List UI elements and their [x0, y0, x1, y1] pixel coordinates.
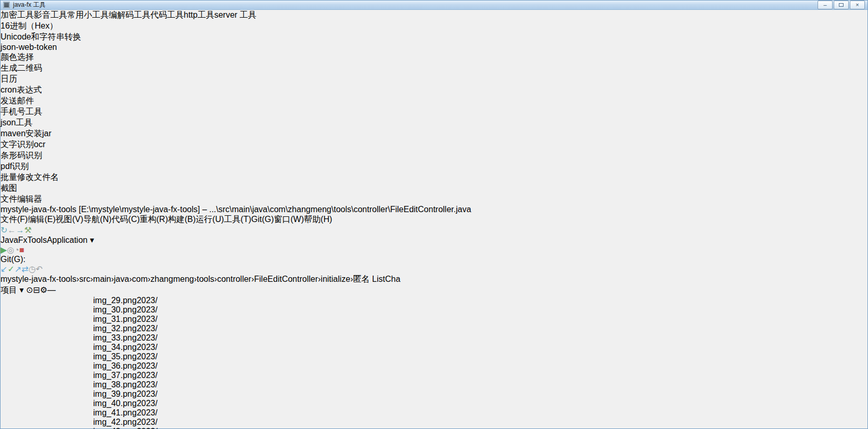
app-menu-item[interactable]: 加密工具 [1, 10, 34, 19]
stop-icon[interactable]: ■ [19, 245, 24, 254]
sidebar-item[interactable]: json-web-token [1, 43, 867, 52]
file-name: img_33.png [93, 333, 137, 342]
fetch-icon[interactable]: ⇄ [21, 265, 28, 274]
breadcrumb-item[interactable]: initialize [321, 275, 350, 283]
profiler-icon[interactable]: ◔ [14, 245, 19, 254]
sidebar-item[interactable]: 条形码识别 [1, 150, 867, 161]
sidebar-item[interactable]: 日历 [1, 74, 867, 85]
tree-item-file[interactable]: img_43.png2023/ [1, 427, 867, 429]
tree-item-file[interactable]: img_30.png2023/ [1, 305, 867, 315]
sidebar-item[interactable]: pdf识别 [1, 161, 867, 172]
sidebar-item-label: json-web-token [1, 43, 57, 51]
tree-item-file[interactable]: img_36.png2023/ [1, 361, 867, 371]
sidebar-item[interactable]: maven安装jar [1, 128, 867, 139]
file-date: 2023/ [137, 333, 158, 342]
breadcrumb-item[interactable]: tools [197, 275, 214, 283]
sidebar-item[interactable]: 发送邮件 [1, 96, 867, 107]
back-icon[interactable]: ← [7, 226, 16, 235]
tree-item-file[interactable]: img_38.png2023/ [1, 380, 867, 389]
app-menu-item[interactable]: 编解码工具 [109, 10, 150, 19]
push-icon[interactable]: ↗ [15, 265, 21, 274]
app-menu-item[interactable]: server 工具 [214, 10, 257, 19]
breadcrumb-item[interactable]: java [114, 275, 129, 283]
locate-icon[interactable]: ⊙ [26, 285, 33, 294]
chevron-down-icon[interactable]: ▾ [19, 285, 23, 294]
ide-menu-item[interactable]: 构建(B) [168, 215, 196, 224]
app-menu-item[interactable]: http工具 [184, 10, 214, 19]
sidebar-item[interactable]: 截图 [1, 183, 867, 194]
maximize-button[interactable] [834, 1, 849, 9]
sidebar-item[interactable]: 文件编辑器 [1, 194, 867, 205]
sidebar-item[interactable]: Unicode和字符串转换 [1, 32, 867, 43]
sidebar-item[interactable]: json工具 [1, 118, 867, 128]
app-titlebar[interactable]: java-fx 工具 – × [1, 1, 867, 10]
file-date: 2023/ [137, 389, 158, 398]
tree-item-file[interactable]: img_37.png2023/ [1, 371, 867, 380]
ide-menu-item[interactable]: 窗口(W) [274, 215, 304, 224]
tree-item-file[interactable]: img_34.png2023/ [1, 343, 867, 352]
breadcrumb-item[interactable]: com [132, 275, 148, 283]
ide-titlebar[interactable]: mystyle-java-fx-tools [E:\mystyle\mystyl… [1, 205, 867, 214]
tree-item-file[interactable]: img_29.png2023/ [1, 296, 867, 305]
chevron-down-icon: ▾ [90, 236, 94, 244]
collapse-all-icon[interactable]: ⊟ [33, 285, 40, 294]
coverage-icon[interactable]: ◎ [7, 245, 14, 254]
file-name: img_43.png [93, 427, 137, 429]
tree-item-file[interactable]: img_39.png2023/ [1, 389, 867, 399]
breadcrumb-item[interactable]: zhangmeng [150, 275, 194, 283]
run-icon[interactable]: ▶ [1, 245, 7, 254]
tree-item-file[interactable]: img_35.png2023/ [1, 352, 867, 361]
breadcrumb-item[interactable]: src [79, 275, 90, 283]
hide-panel-icon[interactable]: — [47, 285, 56, 294]
sidebar-item-label: 日历 [1, 74, 17, 83]
file-date: 2023/ [137, 305, 158, 314]
ide-menu-item[interactable]: 帮助(H) [304, 215, 332, 224]
forward-icon[interactable]: → [16, 226, 24, 235]
ide-menu-item[interactable]: 文件(F) [1, 215, 28, 224]
breadcrumb-item[interactable]: controller [217, 275, 251, 283]
breadcrumb-item[interactable]: 匿名 ListCha [353, 275, 401, 283]
ide-menu-item[interactable]: 视图(V) [56, 215, 83, 224]
sync-icon[interactable]: ↻ [1, 226, 7, 235]
breadcrumb-item[interactable]: main [93, 275, 111, 283]
breadcrumb-item[interactable]: FileEditController [254, 275, 318, 283]
sidebar-item[interactable]: 批量修改文件名 [1, 172, 867, 183]
file-name: img_30.png [93, 305, 137, 314]
settings-gear-icon[interactable]: ⚙ [40, 285, 47, 294]
build-hammer-icon[interactable]: ⚒ [24, 226, 31, 235]
ide-menu-item[interactable]: Git(G) [251, 215, 274, 224]
ide-menu-item[interactable]: 重构(R) [140, 215, 168, 224]
ide-toolbar: ↻←→⚒ JavaFxToolsApplication ▾ ▶◎◔■ Git(G… [1, 225, 867, 274]
app-menu-item[interactable]: 影音工具 [34, 10, 67, 19]
close-button[interactable]: × [850, 1, 865, 9]
tree-item-file[interactable]: img_40.png2023/ [1, 399, 867, 408]
tree-item-file[interactable]: img_42.png2023/ [1, 418, 867, 427]
sidebar-item[interactable]: 文字识别ocr [1, 139, 867, 150]
sidebar-item[interactable]: 手机号工具 [1, 107, 867, 118]
rollback-icon[interactable]: ↶ [36, 265, 43, 274]
ide-menu-item[interactable]: 编辑(E) [28, 215, 55, 224]
sidebar-item[interactable]: 颜色选择 [1, 52, 867, 63]
file-date: 2023/ [137, 343, 158, 352]
run-config-select[interactable]: JavaFxToolsApplication ▾ [1, 235, 867, 245]
tree-item-file[interactable]: img_41.png2023/ [1, 408, 867, 418]
minimize-button[interactable]: – [818, 1, 833, 9]
file-name: img_34.png [93, 343, 137, 352]
sidebar-item[interactable]: 16进制（Hex） [1, 21, 867, 32]
breadcrumb-item[interactable]: mystyle-java-fx-tools [1, 275, 76, 283]
sidebar-item[interactable]: 生成二维码 [1, 63, 867, 74]
tree-item-file[interactable]: img_32.png2023/ [1, 324, 867, 333]
commit-icon[interactable]: ✓ [7, 265, 14, 274]
app-menu-item[interactable]: 常用小工具 [67, 10, 109, 19]
update-project-icon[interactable]: ↙ [1, 265, 7, 274]
ide-menu-item[interactable]: 运行(U) [196, 215, 224, 224]
ide-menu-item[interactable]: 代码(C) [111, 215, 139, 224]
tree-item-file[interactable]: img_31.png2023/ [1, 315, 867, 324]
ide-menu-item[interactable]: 工具(T) [224, 215, 251, 224]
history-icon[interactable]: ◷ [29, 265, 36, 274]
ide-menu-item[interactable]: 导航(N) [83, 215, 111, 224]
sidebar-item[interactable]: cron表达式 [1, 85, 867, 96]
project-title[interactable]: 项目 [1, 285, 17, 294]
tree-item-file[interactable]: img_33.png2023/ [1, 333, 867, 343]
app-menu-item[interactable]: 代码工具 [150, 10, 184, 19]
